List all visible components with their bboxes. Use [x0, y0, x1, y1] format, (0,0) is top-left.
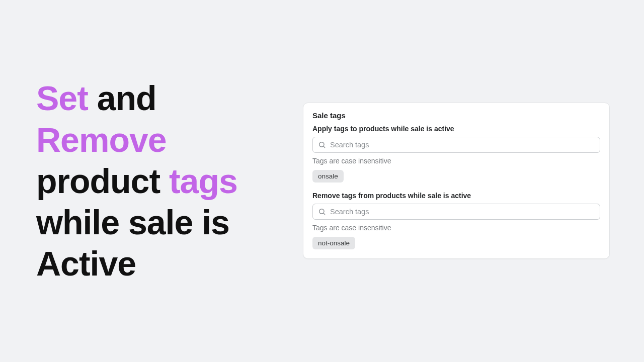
apply-tag-chip[interactable]: onsale	[312, 170, 344, 183]
apply-tags-search[interactable]	[312, 137, 600, 153]
svg-line-3	[324, 213, 325, 215]
svg-point-2	[319, 209, 324, 214]
search-icon	[318, 141, 326, 149]
headline-word-set: Set	[36, 79, 88, 117]
headline-word-product: product	[36, 162, 169, 200]
remove-tags-search[interactable]	[312, 204, 600, 220]
headline-word-and: and	[88, 79, 156, 117]
svg-point-0	[319, 142, 324, 147]
headline-word-remove: Remove	[36, 121, 167, 159]
remove-tags-input[interactable]	[330, 208, 595, 216]
svg-line-1	[324, 146, 325, 148]
search-icon	[318, 208, 326, 216]
remove-tags-helper: Tags are case insensitive	[312, 224, 600, 232]
headline-word-rest: while sale is Active	[36, 203, 229, 283]
apply-tags-label: Apply tags to products while sale is act…	[312, 125, 600, 133]
card-title: Sale tags	[312, 111, 600, 120]
remove-tag-chip[interactable]: not-onsale	[312, 237, 355, 249]
sale-tags-card: Sale tags Apply tags to products while s…	[303, 103, 610, 259]
apply-tags-helper: Tags are case insensitive	[312, 157, 600, 165]
headline-word-tags: tags	[169, 162, 237, 200]
remove-tags-label: Remove tags from products while sale is …	[312, 192, 600, 200]
apply-tags-input[interactable]	[330, 141, 595, 149]
page-headline: Set and Remove product tags while sale i…	[36, 77, 278, 284]
